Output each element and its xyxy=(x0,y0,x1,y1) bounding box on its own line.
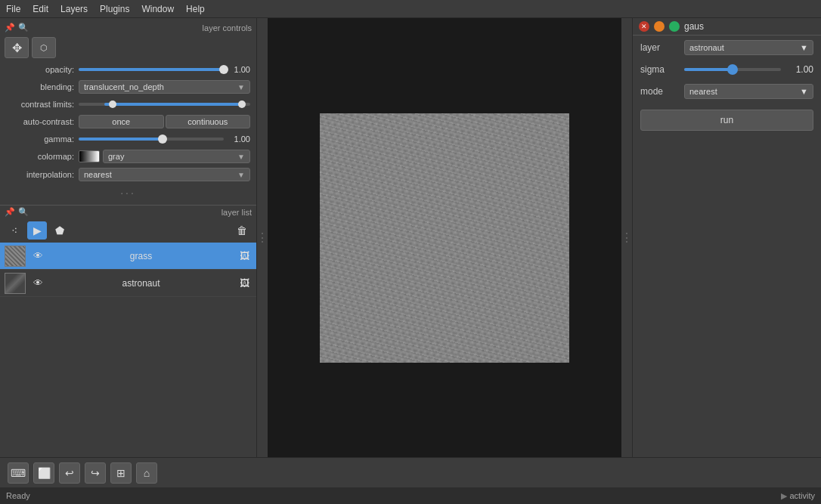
plugin-mode-value: nearest xyxy=(689,87,717,96)
delete-layer-btn[interactable]: 🗑 xyxy=(232,221,252,240)
move-btn[interactable]: ✥ xyxy=(5,37,29,58)
status-ready: Ready xyxy=(6,491,30,500)
interpolation-label: interpolation: xyxy=(6,170,74,179)
blending-row: blending: translucent_no_depth ▼ xyxy=(0,78,256,96)
interpolation-row: interpolation: nearest ▼ xyxy=(0,165,256,184)
autocontrast-once-btn[interactable]: once xyxy=(79,115,164,128)
plugin-mode-dropdown[interactable]: nearest ▼ xyxy=(684,84,813,99)
home-btn[interactable]: ⌂ xyxy=(136,462,157,484)
interpolation-control: nearest ▼ xyxy=(79,168,250,181)
menubar: File Edit Layers Plugins Window Help xyxy=(0,0,821,18)
plugin-layer-row: layer astronaut ▼ xyxy=(633,36,821,60)
plugin-layer-label: layer xyxy=(640,42,678,53)
layer-list-section: 📌 🔍 layer list ⁖ ▶ ⬟ 🗑 👁 grass 🖼 xyxy=(0,206,256,457)
plugin-layer-dropdown[interactable]: astronaut ▼ xyxy=(684,40,813,55)
opacity-row: opacity: 1.00 xyxy=(0,61,256,78)
menu-help[interactable]: Help xyxy=(180,2,211,16)
canvas-area[interactable] xyxy=(268,18,621,457)
interpolation-dropdown[interactable]: nearest ▼ xyxy=(79,168,250,181)
undo-btn[interactable]: ↩ xyxy=(59,462,80,484)
visibility-astronaut[interactable]: 👁 xyxy=(30,276,45,291)
layerlist-search-icon[interactable]: 🔍 xyxy=(18,207,29,217)
blending-value: translucent_no_depth xyxy=(84,82,164,91)
pin-icon[interactable]: 📌 xyxy=(5,23,15,32)
search-icon[interactable]: 🔍 xyxy=(18,23,29,32)
blending-label: blending: xyxy=(6,82,74,91)
interpolation-value: nearest xyxy=(84,170,112,179)
right-panel-handle[interactable]: ⋮ xyxy=(621,18,632,457)
layer-controls-title: layer controls xyxy=(203,23,252,32)
plugin-sigma-value: 1.00 xyxy=(787,64,813,75)
blending-dropdown[interactable]: translucent_no_depth ▼ xyxy=(79,80,250,94)
gamma-slider[interactable] xyxy=(79,138,224,141)
roi-btn[interactable]: ⬡ xyxy=(32,37,56,58)
dots-separator: ··· xyxy=(0,184,256,202)
plugin-sigma-row: sigma 1.00 xyxy=(633,60,821,79)
layer-list-header: 📌 🔍 layer list xyxy=(0,206,256,218)
grid-btn[interactable]: ⊞ xyxy=(110,462,132,484)
right-panel: ✕ gaus layer astronaut ▼ sigma 1.00 mode xyxy=(632,18,821,457)
autocontrast-btngroup: once continuous xyxy=(79,115,250,128)
blending-arrow: ▼ xyxy=(237,83,245,91)
select-tool-btn[interactable]: ▶ xyxy=(27,221,47,240)
colormap-preview xyxy=(79,150,100,162)
plugin-sigma-thumb[interactable] xyxy=(727,64,738,75)
plugin-expand-btn[interactable] xyxy=(669,21,680,32)
layer-name-grass: grass xyxy=(50,251,232,261)
new-layer-btn[interactable]: ⬜ xyxy=(33,462,54,484)
menu-plugins[interactable]: Plugins xyxy=(94,2,135,16)
layerlist-header-icons: 📌 🔍 xyxy=(5,207,29,217)
plugin-min-btn[interactable] xyxy=(654,21,665,32)
plugin-mode-label: mode xyxy=(640,86,678,97)
grass-texture xyxy=(320,113,569,363)
left-panel-handle[interactable]: ⋮ xyxy=(257,18,268,457)
controls-toolbar: ✥ ⬡ xyxy=(0,34,256,61)
redo-btn[interactable]: ↪ xyxy=(85,462,106,484)
menu-file[interactable]: File xyxy=(0,2,26,16)
layer-thumb-astronaut xyxy=(5,273,26,294)
plugin-close-btn[interactable]: ✕ xyxy=(639,21,649,32)
opacity-label: opacity: xyxy=(6,65,74,74)
plugin-title: gaus xyxy=(684,21,704,32)
status-bar: Ready ▶ activity xyxy=(0,487,821,504)
layer-thumb-grass xyxy=(5,246,26,267)
contrast-thumb-left[interactable] xyxy=(109,100,116,108)
plugin-layer-arrow: ▼ xyxy=(800,43,808,52)
visibility-grass[interactable]: 👁 xyxy=(30,249,45,264)
plugin-header: ✕ gaus xyxy=(633,18,821,36)
plugin-sigma-fill xyxy=(684,68,733,71)
shapes-tool-btn[interactable]: ⬟ xyxy=(50,221,70,240)
bottom-toolbar: ⌨ ⬜ ↩ ↪ ⊞ ⌂ xyxy=(0,457,821,487)
blending-control: translucent_no_depth ▼ xyxy=(79,80,250,94)
menu-layers[interactable]: Layers xyxy=(54,2,94,16)
gamma-row: gamma: 1.00 xyxy=(0,131,256,147)
autocontrast-continuous-btn[interactable]: continuous xyxy=(166,115,251,128)
points-tool-btn[interactable]: ⁖ xyxy=(5,221,24,240)
canvas-image xyxy=(320,113,569,363)
plugin-sigma-slider[interactable] xyxy=(684,68,781,71)
contrast-thumb-right[interactable] xyxy=(238,100,246,108)
menu-window[interactable]: Window xyxy=(135,2,180,16)
layer-list-toolbar: ⁖ ▶ ⬟ 🗑 xyxy=(0,218,256,243)
colormap-control: gray ▼ xyxy=(79,150,250,163)
console-btn[interactable]: ⌨ xyxy=(8,462,29,484)
colormap-dropdown[interactable]: gray ▼ xyxy=(103,150,250,163)
layer-controls-section: 📌 🔍 layer controls ✥ ⬡ opacity: 1.00 xyxy=(0,18,256,206)
layer-list-title: layer list xyxy=(222,208,252,217)
plugin-mode-row: mode nearest ▼ xyxy=(633,79,821,104)
layer-items-list: 👁 grass 🖼 👁 astronaut 🖼 xyxy=(0,243,256,457)
status-activity: ▶ activity xyxy=(781,491,815,501)
plugin-run-btn[interactable]: run xyxy=(640,110,813,131)
opacity-control: 1.00 xyxy=(79,65,250,74)
menu-edit[interactable]: Edit xyxy=(26,2,54,16)
layer-item-astronaut[interactable]: 👁 astronaut 🖼 xyxy=(0,270,256,297)
colormap-row: colormap: gray ▼ xyxy=(0,147,256,165)
plugin-sigma-label: sigma xyxy=(640,64,678,75)
layer-item-grass[interactable]: 👁 grass 🖼 xyxy=(0,243,256,270)
gamma-label: gamma: xyxy=(6,135,74,144)
layer-controls-header: 📌 🔍 layer controls xyxy=(0,21,256,34)
layerlist-pin-icon[interactable]: 📌 xyxy=(5,207,15,217)
contrast-slider[interactable] xyxy=(79,103,250,106)
autocontrast-row: auto-contrast: once continuous xyxy=(0,113,256,131)
opacity-slider[interactable] xyxy=(79,68,224,71)
